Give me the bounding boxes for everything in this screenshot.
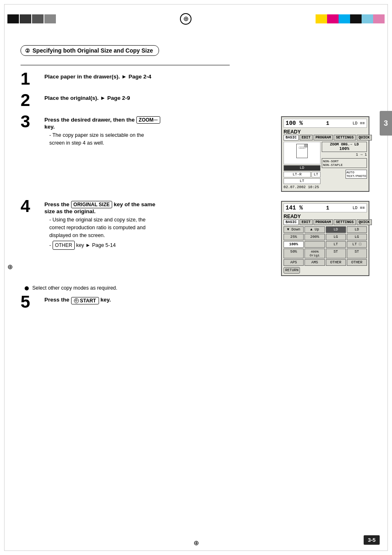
lcd2-tab-basic: BASIC — [284, 219, 299, 225]
lcd2-btn-up: ▲ Up — [304, 226, 325, 233]
lcd2-buttons: ▼ Down ▲ Up LD LD 25% 200% LG LG 100% LT… — [284, 226, 367, 266]
step-5-number: 5 — [21, 293, 41, 311]
color-block-light-cyan — [362, 14, 373, 23]
lcd2-return: RETURN — [284, 267, 300, 274]
lcd1-paper-icon: □□□ — [284, 142, 321, 164]
step-3-left: 3 Press the desired drawer, then the ZOO… — [21, 116, 160, 147]
lcd-screen-1: 100 % 1 LD ≡≡ READY BASIC EDIT PROGRAM S… — [281, 116, 369, 192]
section-title: Specifying both Original Size and Copy S… — [32, 47, 153, 54]
top-bar-area: ⊕ — [7, 7, 385, 30]
lcd2-btn-down: ▼ Down — [284, 226, 304, 233]
lcd1-auto: AUTOTEXT/PHOTO — [346, 170, 367, 179]
lcd1-lt: LT — [311, 172, 321, 177]
step-5-title: Press the ⊙ START key. — [44, 297, 369, 304]
lcd-screen-2: 141 % 1 LD ≡≡ READY BASIC EDIT PROGRAM S… — [281, 201, 369, 276]
lcd2-btn-other1: OTHER — [326, 259, 346, 266]
step-5-content: Press the ⊙ START key. — [44, 297, 369, 306]
bullet-note: Select other copy modes as required. — [25, 285, 369, 291]
lcd2-btn-ld2: LD — [347, 226, 367, 233]
step-1-title: Place paper in the drawer(s). ► Page 2-4 — [44, 74, 369, 80]
color-block-4 — [44, 14, 56, 23]
lcd2-status: READY — [284, 214, 367, 219]
color-block-2 — [20, 14, 31, 23]
lcd2-btn-100: 100% — [284, 241, 304, 248]
start-key: ⊙ START — [71, 297, 99, 304]
lcd1-ltr: LT-R — [284, 172, 311, 177]
step-4-sub-1: - Using the original size and copy size,… — [49, 216, 160, 239]
color-block-magenta — [327, 14, 339, 23]
center-circle-marker: ⊕ — [180, 13, 191, 25]
step-5: 5 Press the ⊙ START key. — [21, 297, 369, 311]
lcd1-ld: LD — [284, 165, 321, 171]
color-block-3 — [32, 14, 44, 23]
lcd1-tab-edit: EDIT — [300, 135, 313, 140]
color-blocks-left — [7, 14, 56, 23]
step-4-number: 4 — [21, 198, 41, 215]
lcd2-count: 1 — [326, 205, 330, 211]
lcd2-tab-program: PROGRAM — [314, 219, 333, 225]
lcd1-tab-program: PROGRAM — [314, 135, 333, 140]
zoom-key: ZOOM··· — [136, 116, 160, 124]
step-4-content: Press the ORIGINAL SIZE key of the same … — [44, 201, 160, 250]
step-3-screen: 100 % 1 LD ≡≡ READY BASIC EDIT PROGRAM S… — [160, 116, 369, 192]
main-content: ② Specifying both Original Size and Copy… — [21, 45, 369, 318]
lcd1-lt2: LT — [284, 178, 321, 184]
lcd1-count: 1 — [326, 120, 330, 127]
lcd2-btn-25: 25% — [284, 234, 304, 240]
color-block-yellow — [316, 14, 327, 23]
section-header: ② Specifying both Original Size and Copy… — [21, 45, 159, 56]
lcd1-tab-quick: QUICK — [357, 135, 372, 140]
bottom-circle-marker: ⊕ — [194, 539, 199, 547]
color-block-light-magenta — [373, 14, 385, 23]
step-3-sub: - The copy paper size is selectable on t… — [49, 131, 160, 147]
color-blocks-right — [316, 14, 385, 23]
color-block-cyan — [339, 14, 350, 23]
step-2-content: Place the original(s). ► Page 2-9 — [44, 95, 369, 103]
lcd1-zoom: ZOOM ORG.→ LD 100% — [322, 142, 367, 152]
step-4-title: Press the ORIGINAL SIZE key of the same … — [44, 201, 160, 214]
lcd2-tab-quick: QUICK — [357, 219, 372, 225]
lcd2-btn-empty — [304, 241, 325, 248]
lcd2-btn-lg2: LG — [347, 234, 367, 240]
lcd1-ratio: 1 → 1 — [322, 153, 367, 157]
page-number: 3-5 — [364, 535, 380, 545]
step-3-content: Press the desired drawer, then the ZOOM·… — [44, 116, 160, 147]
other-key: OTHER — [53, 241, 75, 250]
lcd2-btn-aps: APS — [284, 259, 304, 266]
lcd2-btn-50: 50% — [284, 249, 304, 258]
step-2-number: 2 — [21, 92, 41, 109]
step-2-title: Place the original(s). ► Page 2-9 — [44, 95, 369, 101]
divider — [21, 65, 230, 65]
lcd1-tab-settings: SETTINGS — [334, 135, 355, 140]
lcd2-btn-200: 200% — [304, 234, 325, 240]
step-4-screen: 141 % 1 LD ≡≡ READY BASIC EDIT PROGRAM S… — [160, 201, 369, 276]
lcd2-btn-ld1: LD — [326, 226, 346, 233]
lcd1-tab-basic: BASIC — [284, 135, 299, 140]
start-icon: ⊙ — [74, 298, 79, 303]
step-4-left: 4 Press the ORIGINAL SIZE key of the sam… — [21, 201, 160, 250]
chapter-tab: 3 — [380, 111, 392, 136]
step-3-number: 3 — [21, 113, 41, 130]
step-1: 1 Place paper in the drawer(s). ► Page 2… — [21, 74, 369, 88]
lcd1-status: READY — [284, 129, 367, 135]
step-1-content: Place paper in the drawer(s). ► Page 2-4 — [44, 74, 369, 81]
lcd1-bottom: 02.07.2002 10:25 — [284, 185, 367, 189]
lcd2-btn-400: 400% Origi — [304, 249, 325, 258]
color-block-1 — [7, 14, 19, 23]
lcd1-staple: NON-SORTNON-STAPLE — [322, 158, 367, 168]
step-3-title: Press the desired drawer, then the ZOOM·… — [44, 116, 160, 130]
original-size-key: ORIGINAL SIZE — [71, 201, 112, 208]
step-2: 2 Place the original(s). ► Page 2-9 — [21, 95, 369, 109]
lcd2-tab-settings: SETTINGS — [334, 219, 355, 225]
lcd2-tab-edit: EDIT — [300, 219, 313, 225]
step-3: 3 Press the desired drawer, then the ZOO… — [21, 116, 369, 192]
lcd2-btn-other2: OTHER — [347, 259, 367, 266]
bullet-circle — [25, 286, 29, 290]
lcd2-btn-st2: ST — [347, 249, 367, 258]
lcd2-tabs: BASIC EDIT PROGRAM SETTINGS QUICK — [284, 219, 367, 225]
lcd2-btn-st1: ST — [326, 249, 346, 258]
section-number: ② — [25, 48, 30, 54]
lcd2-btn-lt2: LT □ — [347, 241, 367, 248]
left-circle-marker: ⊕ — [7, 263, 13, 271]
lcd2-btn-lt1: LT — [326, 241, 346, 248]
